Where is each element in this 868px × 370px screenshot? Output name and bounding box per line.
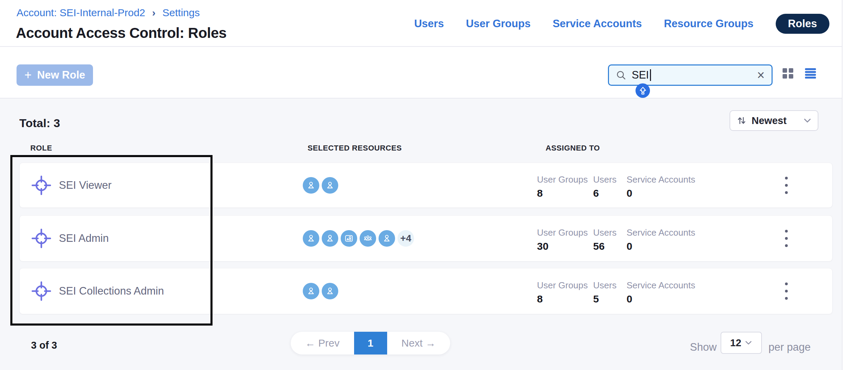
- resource-chip-group: [303, 283, 338, 299]
- nav-tab-resource-groups[interactable]: Resource Groups: [664, 18, 753, 30]
- per-page-label: per page: [768, 341, 810, 353]
- role-row-sei-admin[interactable]: SEI Admin: [19, 215, 833, 261]
- role-name: SEI Viewer: [59, 179, 112, 192]
- assigned-service-accounts: Service Accounts 0: [627, 280, 695, 305]
- page-size-value: 12: [730, 337, 741, 349]
- plus-icon: +: [24, 69, 32, 81]
- chevron-down-icon: [745, 339, 752, 347]
- grid-view-icon[interactable]: [783, 68, 793, 80]
- nav-tab-roles-active[interactable]: Roles: [776, 14, 829, 34]
- total-count: Total: 3: [19, 116, 60, 130]
- user-avatar-icon: [379, 230, 395, 247]
- access-control-nav: Users User Groups Service Accounts Resou…: [414, 14, 829, 34]
- next-page-button[interactable]: Next →: [387, 332, 451, 354]
- role-target-icon: [31, 228, 51, 248]
- nav-tab-service-accounts[interactable]: Service Accounts: [552, 18, 642, 30]
- column-header-resources: SELECTED RESOURCES: [308, 144, 402, 153]
- user-avatar-icon: [322, 230, 338, 247]
- current-page-button[interactable]: 1: [354, 332, 387, 354]
- resource-overflow-badge: +4: [397, 230, 414, 247]
- assigned-service-accounts: Service Accounts 0: [627, 174, 695, 199]
- role-name: SEI Collections Admin: [59, 285, 164, 297]
- assigned-user-groups: User Groups 30: [537, 227, 588, 252]
- nav-tab-users[interactable]: Users: [414, 18, 444, 30]
- resource-chip-group: +4: [303, 230, 414, 247]
- role-target-icon: [31, 175, 51, 195]
- search-input[interactable]: SEI ×: [608, 64, 773, 86]
- page-size-select[interactable]: 12: [721, 332, 762, 354]
- roles-list-section: Total: 3 Newest ROLE SELECTED RESOURCES …: [0, 99, 842, 370]
- text-caret: [650, 69, 651, 81]
- sort-dropdown[interactable]: Newest: [730, 110, 818, 131]
- breadcrumb-settings-link[interactable]: Settings: [163, 7, 200, 19]
- page-header: Account: SEI-Internal-Prod2 › Settings A…: [0, 0, 842, 47]
- clear-search-icon[interactable]: ×: [757, 69, 765, 82]
- collection-icon: [341, 230, 357, 247]
- user-avatar-icon: [303, 283, 319, 299]
- role-row-sei-collections-admin[interactable]: SEI Collections Admin User Groups 8 User…: [19, 268, 833, 314]
- resource-chip-group: [303, 177, 338, 194]
- assigned-users: Users 6: [593, 174, 617, 199]
- user-group-icon: [360, 230, 376, 247]
- role-target-icon: [31, 281, 51, 301]
- breadcrumb-account-link[interactable]: Account: SEI-Internal-Prod2: [17, 7, 145, 19]
- user-avatar-icon: [322, 177, 338, 194]
- user-avatar-icon: [303, 230, 319, 247]
- user-avatar-icon: [303, 177, 319, 194]
- new-role-button[interactable]: + New Role: [17, 64, 93, 86]
- column-header-assigned: ASSIGNED TO: [546, 144, 600, 153]
- show-label: Show: [690, 341, 717, 353]
- column-header-role: ROLE: [30, 144, 52, 153]
- assigned-users: Users 5: [593, 280, 617, 305]
- pagination-control: ← Prev 1 Next →: [291, 332, 450, 354]
- page-title: Account Access Control: Roles: [16, 25, 227, 41]
- role-row-sei-viewer[interactable]: SEI Viewer User Groups 8 Users 6 Service…: [19, 163, 833, 208]
- search-value: SEI: [632, 69, 649, 81]
- user-avatar-icon: [322, 283, 338, 299]
- kebab-menu-icon[interactable]: [779, 280, 793, 302]
- prev-page-button[interactable]: ← Prev: [291, 332, 354, 354]
- kebab-menu-icon[interactable]: [779, 175, 793, 196]
- new-role-button-label: New Role: [37, 69, 85, 81]
- shift-key-icon: [636, 83, 650, 98]
- assigned-service-accounts: Service Accounts 0: [627, 227, 695, 252]
- role-name: SEI Admin: [59, 232, 109, 245]
- assigned-users: Users 56: [593, 227, 617, 252]
- breadcrumb-chevron-icon: ›: [152, 7, 156, 19]
- chevron-down-icon: [803, 116, 812, 125]
- breadcrumb: Account: SEI-Internal-Prod2 › Settings: [17, 7, 200, 19]
- assigned-user-groups: User Groups 8: [537, 280, 588, 305]
- sort-selected-value: Newest: [752, 115, 787, 126]
- list-view-icon[interactable]: [805, 68, 816, 80]
- search-icon: [616, 70, 626, 80]
- toolbar: + New Role SEI ×: [0, 47, 842, 99]
- app-container: Account: SEI-Internal-Prod2 › Settings A…: [0, 0, 843, 370]
- assigned-user-groups: User Groups 8: [537, 174, 588, 199]
- sort-arrows-icon: [736, 115, 747, 126]
- kebab-menu-icon[interactable]: [779, 228, 793, 249]
- nav-tab-user-groups[interactable]: User Groups: [466, 18, 531, 30]
- page-count-label: 3 of 3: [31, 340, 57, 351]
